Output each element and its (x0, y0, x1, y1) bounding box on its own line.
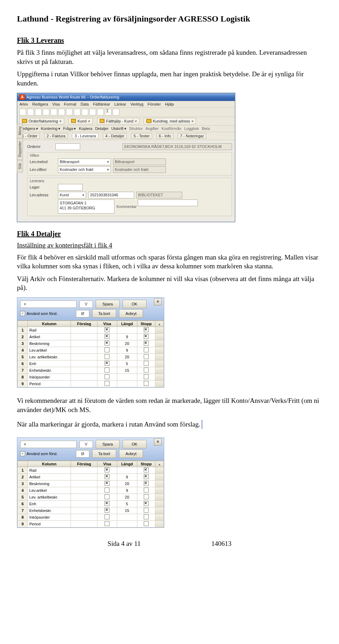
langd-cell[interactable]: 5 (117, 501, 137, 507)
levadress-type-dropdown[interactable]: Kund (58, 192, 86, 198)
v-button[interactable]: V (79, 441, 93, 448)
stopp-checkbox-cell[interactable] (137, 467, 155, 474)
tab-close-icon[interactable]: × (88, 119, 90, 123)
sub-action[interactable]: Detaljer (95, 126, 108, 131)
checkbox-icon[interactable] (105, 474, 109, 479)
toolbar-open-icon[interactable] (27, 109, 34, 115)
scrollbar-track[interactable] (155, 340, 163, 347)
scrollbar-track[interactable] (155, 334, 163, 340)
checkbox-icon[interactable] (105, 494, 109, 499)
stopp-checkbox-cell[interactable] (137, 481, 155, 487)
checkbox-icon[interactable] (105, 341, 109, 346)
sub-action[interactable]: Kopiera (79, 126, 92, 131)
open-tab[interactable]: 01Order/fakturering × (19, 118, 64, 124)
menu-item[interactable]: Redigera (32, 102, 48, 106)
forslag-cell[interactable] (71, 514, 97, 521)
scrollbar-track[interactable] (155, 367, 163, 374)
checkbox-icon[interactable] (144, 347, 149, 352)
scrollbar-track[interactable] (155, 494, 163, 501)
stopp-checkbox-cell[interactable] (137, 327, 155, 334)
langd-cell[interactable]: 20 (117, 354, 137, 360)
langd-cell[interactable] (117, 514, 137, 521)
checkbox-icon[interactable] (144, 481, 149, 486)
langd-cell[interactable] (117, 374, 137, 381)
stopp-checkbox-cell[interactable] (137, 494, 155, 501)
scrollbar-track[interactable] (155, 381, 163, 387)
stopp-checkbox-cell[interactable] (137, 374, 155, 381)
form-tab[interactable]: 3 - Leverans (72, 133, 99, 139)
ok-button[interactable]: OK (123, 300, 147, 308)
anvand-sorsl-checkbox[interactable]: ✓ (20, 311, 25, 316)
checkbox-icon[interactable] (105, 327, 109, 332)
menu-item[interactable]: Verktyg (130, 102, 143, 106)
scrollbar-track[interactable] (155, 467, 163, 474)
open-tab[interactable]: 01Kundreg. med adress × (144, 118, 196, 124)
checkbox-icon[interactable] (105, 381, 109, 386)
scrollbar-track[interactable] (155, 374, 163, 381)
tabort-button[interactable]: Ta bort (92, 309, 116, 318)
v-button[interactable]: V (79, 300, 93, 308)
visa-checkbox-cell[interactable] (97, 354, 117, 360)
forslag-cell[interactable] (71, 521, 97, 527)
forslag-cell[interactable] (71, 501, 97, 507)
stopp-checkbox-cell[interactable] (137, 340, 155, 347)
template-name-dropdown[interactable] (20, 441, 77, 448)
vertical-tab[interactable]: Meny (17, 123, 23, 138)
toolbar-chart-icon[interactable] (97, 109, 104, 115)
forslag-cell[interactable] (71, 334, 97, 340)
open-tab[interactable]: 01Kund × (69, 118, 93, 124)
o-button[interactable]: Ø (76, 450, 89, 458)
scrollbar-track[interactable] (155, 481, 163, 487)
visa-checkbox-cell[interactable] (97, 501, 117, 507)
tabort-button[interactable]: Ta bort (92, 449, 116, 458)
toolbar-cut-icon[interactable] (43, 109, 49, 115)
checkbox-icon[interactable] (105, 354, 109, 359)
stopp-checkbox-cell[interactable] (137, 347, 155, 354)
scrollbar-track[interactable] (155, 501, 163, 507)
langd-cell[interactable] (117, 381, 137, 387)
menu-item[interactable]: Fönster (148, 102, 161, 106)
stopp-checkbox-cell[interactable] (137, 381, 155, 387)
scrollbar-track[interactable] (155, 347, 163, 354)
checkbox-icon[interactable] (105, 334, 109, 339)
o-button[interactable]: Ø (76, 310, 89, 317)
langd-cell[interactable]: 9 (117, 334, 137, 340)
sub-action[interactable]: Beta (202, 126, 210, 131)
checkbox-icon[interactable] (144, 474, 149, 479)
visa-checkbox-cell[interactable] (97, 494, 117, 501)
tab-close-icon[interactable]: × (191, 119, 194, 123)
stopp-checkbox-cell[interactable] (137, 487, 155, 494)
form-tab[interactable]: 5 - Texter (131, 133, 152, 139)
visa-checkbox-cell[interactable] (97, 340, 117, 347)
form-tab[interactable]: 4 - Detaljer (103, 133, 127, 139)
ok-button[interactable]: OK (123, 440, 147, 448)
checkbox-icon[interactable] (105, 521, 109, 526)
scrollbar-track[interactable] (155, 327, 163, 334)
checkbox-icon[interactable] (105, 508, 109, 513)
sub-action[interactable]: Loggbok (184, 126, 199, 131)
scrollbar-track[interactable] (155, 507, 163, 514)
toolbar-paste-icon[interactable] (58, 109, 65, 115)
scrollbar-track[interactable] (155, 474, 163, 481)
visa-checkbox-cell[interactable] (97, 521, 117, 527)
stopp-checkbox-cell[interactable] (137, 501, 155, 507)
sub-action[interactable]: Kostförmån (161, 126, 181, 131)
scrollbar-track[interactable] (155, 521, 163, 527)
checkbox-icon[interactable] (144, 494, 149, 499)
lager-input[interactable] (58, 184, 83, 191)
visa-checkbox-cell[interactable] (97, 334, 117, 340)
sub-action[interactable]: Fråga (63, 126, 76, 131)
toolbar-search-icon[interactable] (82, 109, 88, 115)
checkbox-icon[interactable] (105, 481, 109, 486)
forslag-cell[interactable] (71, 381, 97, 387)
toolbar-save-icon[interactable] (35, 109, 42, 115)
stopp-checkbox-cell[interactable] (137, 514, 155, 521)
spara-button[interactable]: Spara (96, 300, 120, 308)
scrollbar-track[interactable] (155, 487, 163, 494)
langd-cell[interactable]: 9 (117, 487, 137, 494)
checkbox-icon[interactable] (105, 374, 109, 379)
toolbar-more-icon[interactable] (113, 109, 119, 115)
scrollbar-track[interactable] (155, 354, 163, 360)
form-tab[interactable]: 7 - Noteringar (178, 133, 206, 139)
stopp-checkbox-cell[interactable] (137, 334, 155, 340)
